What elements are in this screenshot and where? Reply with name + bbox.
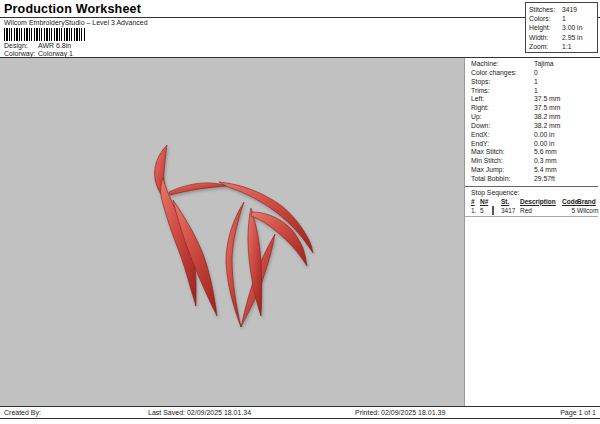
info-label: Max Stitch: — [471, 148, 534, 157]
thread-color-swatch — [492, 206, 501, 215]
info-value: 5.6 mm — [534, 148, 598, 157]
info-value: 37.5 mm — [534, 104, 598, 113]
worksheet-header: Production Worksheet Wilcom EmbroiderySt… — [0, 0, 600, 58]
design-canvas — [0, 58, 464, 406]
info-value: 5.4 mm — [534, 166, 598, 175]
info-label: Max Jump: — [471, 166, 534, 175]
cell-description: Red — [520, 206, 562, 215]
stat-label: Colors: — [529, 14, 562, 23]
stat-value: 3.00 in — [562, 23, 597, 32]
col-header-spacer — [492, 197, 501, 206]
info-value: 1 — [534, 78, 598, 87]
info-label: Color changes: — [471, 69, 534, 78]
col-header-brand: Brand — [577, 197, 598, 206]
info-label: Right: — [471, 104, 534, 113]
stat-value: 2.95 in — [562, 33, 597, 42]
col-header-description: Description — [520, 197, 562, 206]
cell-needle: 5 — [480, 206, 492, 215]
design-stats-box: Stitches:3419 Colors:1 Height:3.00 in Wi… — [525, 2, 598, 53]
info-value: 0.00 in — [534, 131, 598, 140]
info-value: 38.2 mm — [534, 122, 598, 131]
stop-sequence-divider — [465, 186, 598, 187]
stat-label: Zoom: — [529, 42, 562, 51]
col-header-needle: N# — [480, 197, 492, 206]
cell-code: 5 — [562, 206, 577, 215]
created-by-label: Created By: — [4, 409, 41, 416]
stat-label: Height: — [529, 23, 562, 32]
software-subtitle: Wilcom EmbroideryStudio – Level 3 Advanc… — [4, 19, 148, 26]
design-label: Design: — [4, 42, 38, 49]
info-value: 29.57ft — [534, 175, 598, 184]
info-value: 0.3 mm — [534, 157, 598, 166]
page-title: Production Worksheet — [4, 2, 141, 16]
info-label: Min Stitch: — [471, 157, 534, 166]
stop-sequence-title: Stop Sequence: — [471, 188, 598, 197]
stat-label: Width: — [529, 33, 562, 42]
col-header-st: St. — [501, 197, 520, 206]
info-label: Total Bobbin: — [471, 175, 534, 184]
info-value: 0.00 in — [534, 140, 598, 149]
info-label: EndX: — [471, 131, 534, 140]
design-row: Design:AWR 6.8in — [4, 42, 71, 49]
barcode-icon — [4, 28, 86, 41]
last-saved-label: Last Saved: 02/09/2025 18.01.34 — [148, 409, 251, 416]
worksheet-footer: Created By: Last Saved: 02/09/2025 18.01… — [0, 406, 600, 424]
embroidery-design-tribal-w — [148, 140, 318, 330]
center-stroke — [226, 202, 244, 327]
info-label: Trims: — [471, 87, 534, 96]
stat-value: 1:1 — [562, 42, 597, 51]
swatch-icon — [492, 206, 494, 215]
printed-label: Printed: 02/09/2025 18.01.39 — [355, 409, 445, 416]
stat-value: 3419 — [562, 5, 597, 14]
cell-brand: Wilcom — [577, 206, 598, 215]
design-value: AWR 6.8in — [38, 42, 71, 49]
info-label: Left: — [471, 95, 534, 104]
stat-value: 1 — [562, 14, 597, 23]
info-value: 38.2 mm — [534, 113, 598, 122]
info-label: EndY: — [471, 140, 534, 149]
info-label: Down: — [471, 122, 534, 131]
info-label: Stops: — [471, 78, 534, 87]
col-header-num: # — [471, 197, 480, 206]
col-header-code: Code — [562, 197, 577, 206]
cell-st: 3417 — [501, 206, 520, 215]
table-bottom-divider — [465, 216, 598, 217]
colorway-row: Colorway:Colorway 1 — [4, 50, 73, 57]
info-value: 37.5 mm — [534, 95, 598, 104]
info-value: Tajima — [534, 60, 598, 69]
info-label: Machine: — [471, 60, 534, 69]
top-sweep-left — [169, 183, 228, 195]
page-number: Page 1 of 1 — [560, 409, 596, 416]
colorway-label: Colorway: — [4, 50, 38, 57]
info-value: 1 — [534, 87, 598, 96]
colorway-value: Colorway 1 — [38, 50, 73, 57]
footer-bottom-divider — [0, 418, 600, 419]
info-label: Up: — [471, 113, 534, 122]
info-value: 0 — [534, 69, 598, 78]
stat-label: Stitches: — [529, 5, 562, 14]
cell-num: 1. — [471, 206, 480, 215]
title-divider — [0, 17, 600, 18]
stop-sequence-table: # N# St. Description Code Brand 1. 5 341… — [471, 197, 598, 215]
machine-info-panel: Machine:Tajima Color changes:0 Stops:1 T… — [464, 58, 600, 406]
machine-info-list: Machine:Tajima Color changes:0 Stops:1 T… — [471, 60, 598, 184]
